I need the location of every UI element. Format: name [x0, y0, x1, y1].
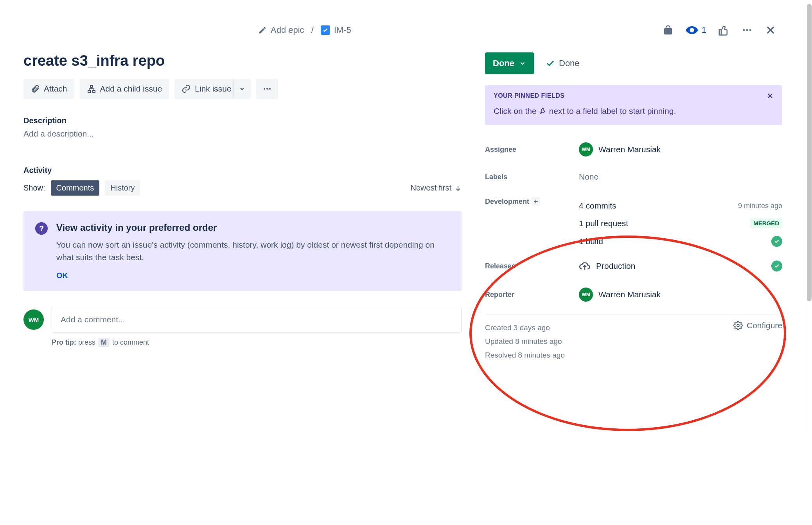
resolved-date: Resolved 8 minutes ago: [485, 348, 565, 362]
tab-comments[interactable]: Comments: [51, 180, 100, 196]
comment-input[interactable]: Add a comment...: [52, 307, 462, 333]
breadcrumb: Add epic / IM-5: [258, 25, 351, 35]
build-success-icon: [771, 236, 782, 247]
activity-header: Activity: [23, 166, 462, 175]
watch-button[interactable]: 1: [685, 23, 706, 37]
info-title: View activity in your preferred order: [56, 222, 450, 233]
close-icon: [767, 92, 774, 99]
info-ok-button[interactable]: OK: [56, 271, 450, 280]
issue-key-link[interactable]: IM-5: [321, 25, 351, 35]
dev-build: 1 build: [579, 237, 603, 246]
assignee-avatar: WM: [579, 142, 593, 156]
dev-commits: 4 commits: [579, 201, 616, 210]
breadcrumb-separator: /: [311, 25, 314, 35]
more-icon: [742, 25, 753, 36]
pinned-close-button[interactable]: [767, 92, 774, 99]
link-icon: [181, 84, 191, 93]
key-m: M: [98, 338, 110, 347]
svg-point-2: [746, 29, 748, 31]
show-label: Show:: [23, 183, 45, 192]
svg-point-9: [264, 88, 265, 90]
labels-label: Labels: [485, 173, 579, 181]
issue-key-label: IM-5: [334, 25, 351, 35]
hierarchy-icon: [87, 84, 96, 93]
link-issue-button[interactable]: Link issue: [174, 79, 238, 99]
link-issue-dropdown[interactable]: [233, 79, 251, 99]
releases-field[interactable]: Releases Production: [485, 252, 782, 280]
activity-info-panel: ? View activity in your preferred order …: [23, 211, 462, 291]
resolution-indicator: Done: [546, 58, 580, 68]
reporter-value: Warren Marusiak: [598, 290, 661, 299]
sort-button[interactable]: Newest first: [411, 183, 462, 192]
svg-point-3: [749, 29, 751, 31]
issue-title[interactable]: create s3_infra repo: [23, 52, 462, 69]
info-body: You can now sort an issue's activity (co…: [56, 239, 450, 263]
updated-date: Updated 8 minutes ago: [485, 334, 565, 348]
configure-label: Configure: [747, 321, 782, 330]
assignee-field[interactable]: Assignee WM Warren Marusiak: [485, 135, 782, 164]
labels-value: None: [579, 172, 598, 182]
cloud-upload-icon: [579, 260, 591, 272]
svg-point-1: [743, 29, 745, 31]
reporter-label: Reporter: [485, 291, 579, 299]
more-issue-actions[interactable]: [256, 79, 278, 99]
issue-dates: Created 3 days ago Updated 8 minutes ago…: [485, 321, 565, 362]
description-input[interactable]: Add a description...: [23, 129, 462, 138]
scrollbar[interactable]: [807, 4, 812, 434]
info-icon: ?: [35, 222, 48, 235]
assignee-label: Assignee: [485, 146, 579, 154]
svg-point-17: [737, 324, 739, 327]
resolution-label: Done: [559, 58, 580, 68]
labels-field[interactable]: Labels None: [485, 164, 782, 189]
thumbs-up-icon: [718, 24, 729, 36]
releases-label: Releases: [485, 262, 579, 270]
sort-label: Newest first: [411, 183, 451, 192]
dev-pr-row[interactable]: 1 pull request MERGED: [579, 214, 782, 232]
configure-button[interactable]: Configure: [733, 321, 782, 330]
reporter-field[interactable]: Reporter WM Warren Marusiak: [485, 280, 782, 309]
created-date: Created 3 days ago: [485, 321, 565, 334]
dev-build-row[interactable]: 1 build: [579, 232, 782, 251]
add-child-button[interactable]: Add a child issue: [80, 79, 169, 99]
svg-rect-7: [88, 90, 90, 92]
more-actions-button[interactable]: [741, 24, 753, 36]
add-epic-link[interactable]: Add epic: [258, 25, 304, 35]
lock-icon[interactable]: [662, 24, 674, 36]
close-icon: [765, 25, 776, 36]
pinned-title: YOUR PINNED FIELDS: [494, 92, 564, 99]
releases-value: Production: [596, 261, 635, 271]
pin-icon: [539, 107, 547, 115]
svg-point-11: [269, 88, 271, 90]
svg-rect-6: [90, 85, 93, 87]
chevron-down-icon: [239, 86, 245, 92]
comment-placeholder: Add a comment...: [61, 315, 125, 324]
gear-icon: [733, 321, 743, 330]
release-success-icon: [771, 261, 782, 271]
status-dropdown[interactable]: Done: [485, 52, 534, 74]
attach-label: Attach: [44, 84, 67, 93]
pinned-fields-panel: YOUR PINNED FIELDS Click on the next to …: [485, 85, 782, 125]
eye-icon: [685, 23, 699, 37]
add-child-label: Add a child issue: [100, 84, 162, 93]
development-field: Development + 4 commits 9 minutes ago 1 …: [485, 189, 782, 252]
close-button[interactable]: [764, 24, 777, 36]
development-add-button[interactable]: +: [532, 197, 540, 206]
watch-count: 1: [702, 25, 706, 35]
chevron-down-icon: [519, 60, 526, 67]
arrow-down-icon: [455, 185, 462, 192]
add-epic-label: Add epic: [271, 25, 304, 35]
svg-point-0: [691, 29, 693, 31]
current-user-avatar: WM: [23, 309, 44, 330]
vote-button[interactable]: [717, 24, 730, 36]
tab-history[interactable]: History: [105, 180, 140, 196]
svg-point-10: [266, 88, 268, 90]
attach-button[interactable]: Attach: [23, 79, 74, 99]
pencil-icon: [258, 26, 267, 34]
dev-commits-row[interactable]: 4 commits 9 minutes ago: [579, 197, 782, 214]
status-label: Done: [493, 58, 514, 68]
dev-pr: 1 pull request: [579, 219, 628, 228]
attachment-icon: [31, 84, 40, 93]
reporter-avatar: WM: [579, 288, 593, 302]
merged-badge: MERGED: [750, 218, 782, 228]
svg-rect-8: [93, 90, 95, 92]
